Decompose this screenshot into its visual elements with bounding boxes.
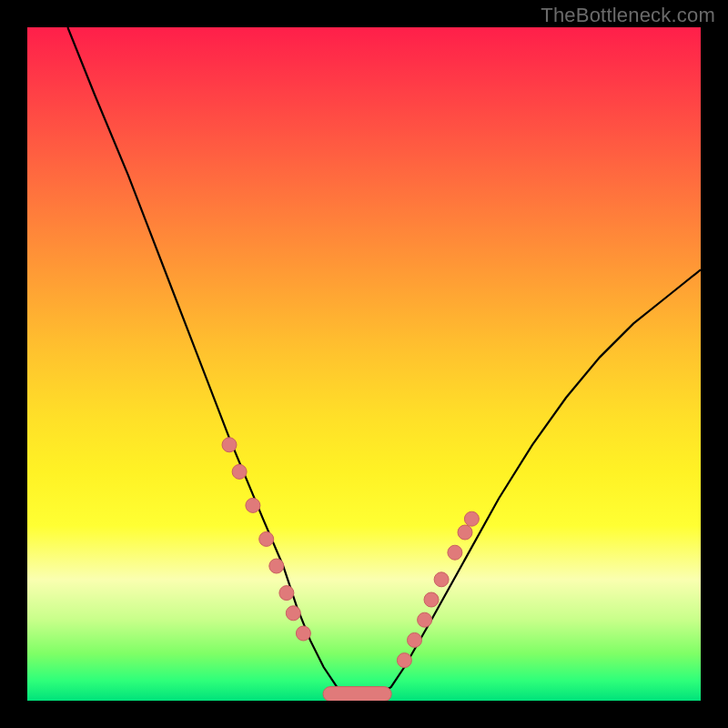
curve-marker bbox=[296, 626, 310, 641]
flat-region-pill bbox=[323, 687, 391, 701]
curve-marker bbox=[397, 653, 411, 668]
curve-marker bbox=[418, 612, 432, 627]
curve-markers bbox=[222, 438, 479, 668]
curve-marker bbox=[458, 525, 472, 540]
curve-marker bbox=[448, 545, 462, 560]
curve-marker bbox=[408, 632, 422, 647]
curve-marker bbox=[232, 464, 247, 479]
curve-marker bbox=[286, 606, 300, 621]
curve-marker bbox=[279, 586, 294, 601]
curve-marker bbox=[464, 511, 479, 526]
curve-marker bbox=[246, 498, 260, 512]
curve-marker bbox=[222, 438, 237, 452]
chart-frame: TheBottleneck.com bbox=[0, 0, 728, 728]
bottleneck-curve bbox=[67, 27, 701, 694]
curve-marker bbox=[269, 559, 284, 573]
curve-marker bbox=[259, 531, 274, 546]
curve-marker bbox=[424, 592, 439, 607]
chart-svg bbox=[27, 27, 701, 701]
curve-marker bbox=[434, 572, 449, 587]
chart-plot-area bbox=[27, 27, 701, 701]
flat-region bbox=[323, 687, 391, 701]
watermark-text: TheBottleneck.com bbox=[541, 4, 715, 27]
